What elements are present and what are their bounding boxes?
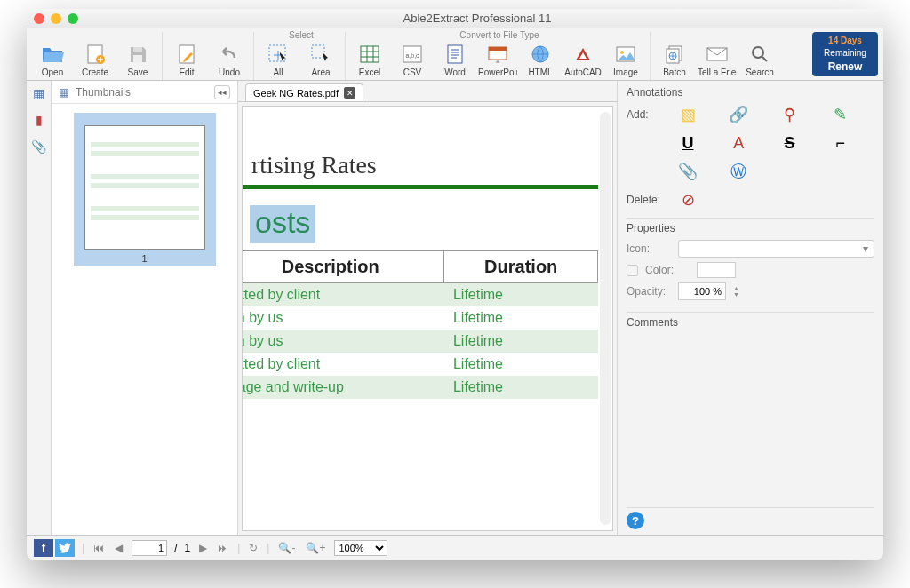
convert-powerpoint-button-label: PowerPoint bbox=[478, 68, 517, 77]
cell-description: ten by us bbox=[242, 330, 444, 353]
undo-button[interactable]: Undo bbox=[209, 32, 250, 80]
convert-powerpoint-icon bbox=[485, 43, 510, 66]
collapse-thumbnails-button[interactable]: ◂◂ bbox=[214, 85, 230, 99]
color-checkbox[interactable] bbox=[627, 265, 638, 276]
current-page-input[interactable] bbox=[132, 540, 167, 556]
cell-duration: Lifetime bbox=[444, 306, 598, 330]
cell-duration: Lifetime bbox=[444, 376, 598, 399]
thumbnails-panel: ▦ Thumbnails ◂◂ 1 bbox=[52, 81, 238, 535]
attachment-icon[interactable]: 📎 bbox=[675, 161, 701, 182]
undo-icon bbox=[217, 43, 242, 66]
sticky-note-icon[interactable]: ▧ bbox=[675, 104, 701, 125]
titlebar: Able2Extract Professional 11 bbox=[27, 9, 883, 28]
batch-button[interactable]: Batch bbox=[654, 32, 695, 80]
tell-friend-button[interactable]: Tell a Friend bbox=[697, 32, 738, 80]
convert-autocad-button-label: AutoCAD bbox=[564, 68, 602, 77]
convert-csv-button[interactable]: a,b,cCSV bbox=[392, 43, 433, 80]
select-all-button[interactable]: All bbox=[258, 43, 299, 80]
attachment-rail-icon[interactable]: 📎 bbox=[31, 139, 46, 154]
convert-powerpoint-button[interactable]: PowerPoint bbox=[477, 43, 518, 80]
select-area-button[interactable]: Area bbox=[300, 43, 341, 80]
convert-autocad-button[interactable]: AutoCAD bbox=[563, 43, 603, 80]
next-page-button[interactable]: ▶ bbox=[197, 542, 209, 554]
save-icon bbox=[125, 43, 150, 66]
color-swatch[interactable] bbox=[697, 262, 736, 278]
window-minimize-button[interactable] bbox=[51, 13, 61, 24]
svg-rect-2 bbox=[133, 47, 142, 52]
highlighter-icon[interactable]: ✎ bbox=[827, 104, 854, 125]
underline-icon[interactable]: U bbox=[675, 132, 701, 154]
window-close-button[interactable] bbox=[34, 13, 44, 24]
open-icon bbox=[40, 43, 65, 66]
open-button[interactable]: Open bbox=[32, 32, 73, 80]
zoom-in-button[interactable]: 🔍+ bbox=[304, 542, 327, 554]
search-button[interactable]: Search bbox=[739, 32, 780, 80]
search-button-label: Search bbox=[746, 68, 774, 77]
svg-point-15 bbox=[620, 51, 624, 54]
vertical-scrollbar[interactable] bbox=[600, 112, 611, 525]
facebook-button[interactable]: f bbox=[34, 539, 53, 557]
bookmark-rail-icon[interactable]: ▮ bbox=[36, 113, 43, 127]
zoom-select[interactable]: 100% bbox=[334, 540, 387, 556]
selection-highlight[interactable]: osts bbox=[250, 205, 315, 243]
tab-close-button[interactable]: ✕ bbox=[344, 87, 355, 99]
convert-html-button[interactable]: HTML bbox=[520, 43, 561, 80]
left-rail: ▦ ▮ 📎 bbox=[27, 81, 52, 535]
prev-page-button[interactable]: ◀ bbox=[113, 542, 124, 554]
thumbnails-rail-icon[interactable]: ▦ bbox=[33, 86, 44, 100]
svg-rect-6 bbox=[312, 45, 324, 58]
convert-word-icon bbox=[443, 43, 467, 66]
document-heading: rtising Rates bbox=[251, 151, 598, 179]
strikethrough-icon[interactable]: S bbox=[777, 132, 803, 154]
save-button-label: Save bbox=[128, 68, 148, 77]
edit-button[interactable]: Edit bbox=[166, 32, 207, 80]
cell-duration: Lifetime bbox=[444, 283, 598, 307]
select-group-label: Select bbox=[258, 30, 345, 40]
save-button[interactable]: Save bbox=[117, 32, 158, 80]
convert-word-button[interactable]: Word bbox=[435, 43, 475, 80]
opacity-label: Opacity: bbox=[627, 285, 671, 298]
document-tab[interactable]: Geek NG Rates.pdf ✕ bbox=[245, 83, 363, 101]
opacity-input[interactable] bbox=[678, 282, 726, 300]
convert-word-button-label: Word bbox=[444, 68, 466, 77]
page-thumbnail[interactable]: 1 bbox=[74, 113, 216, 266]
select-area-button-label: Area bbox=[311, 68, 330, 77]
create-icon bbox=[83, 43, 108, 66]
opacity-stepper[interactable]: ▲▼ bbox=[733, 285, 739, 298]
convert-excel-button-label: Excel bbox=[359, 68, 380, 77]
document-viewport[interactable]: rtising Rates osts Description Duration … bbox=[242, 106, 613, 531]
stamp-icon[interactable]: ⚲ bbox=[777, 104, 803, 125]
select-area-icon bbox=[308, 43, 333, 66]
table-row: mitted by clientLifetime bbox=[242, 353, 598, 376]
first-page-button[interactable]: ⏮ bbox=[92, 542, 106, 554]
create-button[interactable]: Create bbox=[75, 32, 116, 80]
delete-icon[interactable]: ⊘ bbox=[675, 189, 701, 211]
convert-autocad-icon bbox=[571, 43, 595, 66]
properties-title: Properties bbox=[627, 222, 874, 234]
renew-button[interactable]: 14 Days Remaining Renew bbox=[812, 32, 878, 76]
tell-friend-icon bbox=[705, 43, 730, 66]
statusbar: f | ⏮ ◀ / 1 ▶ ⏭ | ↻ | 🔍- 🔍+ 100% bbox=[27, 535, 883, 560]
convert-excel-button[interactable]: Excel bbox=[349, 43, 390, 80]
twitter-button[interactable] bbox=[55, 539, 75, 557]
main-toolbar: OpenCreateSave EditUndo Select AllArea C… bbox=[27, 28, 883, 81]
link-icon[interactable]: 🔗 bbox=[725, 104, 752, 125]
thumbnails-icon: ▦ bbox=[59, 86, 68, 99]
convert-image-button[interactable]: Image bbox=[605, 43, 646, 80]
window-zoom-button[interactable] bbox=[68, 13, 78, 24]
icon-select[interactable]: ▾ bbox=[678, 240, 874, 258]
cell-description: mitted by client bbox=[242, 353, 444, 376]
thumbnails-title: Thumbnails bbox=[76, 86, 207, 99]
zoom-out-button[interactable]: 🔍- bbox=[276, 542, 297, 554]
last-page-button[interactable]: ⏭ bbox=[216, 542, 230, 554]
delete-label: Delete: bbox=[627, 194, 671, 206]
total-pages: 1 bbox=[184, 542, 190, 554]
caret-icon[interactable]: ⌐ bbox=[827, 132, 854, 154]
convert-group-label: Convert to File Type bbox=[349, 30, 650, 40]
batch-icon bbox=[662, 43, 687, 66]
select-all-icon bbox=[266, 43, 291, 66]
rotate-button[interactable]: ↻ bbox=[247, 542, 259, 554]
help-button[interactable]: ? bbox=[627, 512, 644, 529]
text-color-icon[interactable]: A bbox=[725, 132, 752, 154]
watermark-icon[interactable]: Ⓦ bbox=[725, 161, 752, 182]
